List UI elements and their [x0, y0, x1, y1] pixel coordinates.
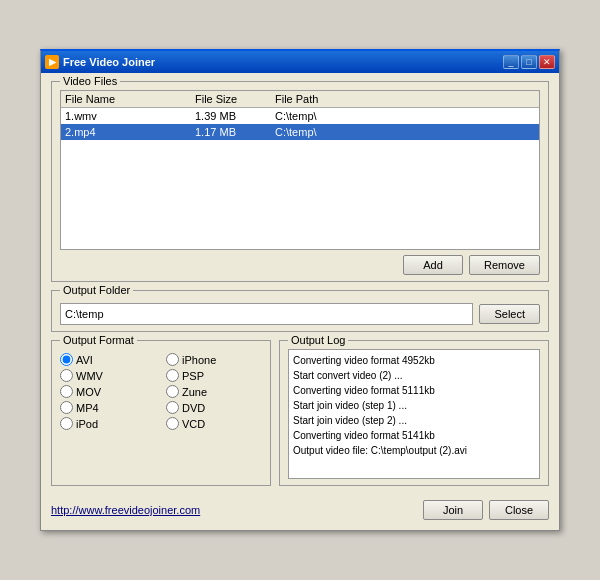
minimize-button[interactable]: _	[503, 55, 519, 69]
radio-mov[interactable]	[60, 385, 73, 398]
format-psp[interactable]: PSP	[166, 369, 262, 382]
radio-vcd[interactable]	[166, 417, 179, 430]
log-line: Start join video (step 2) ...	[293, 413, 535, 428]
format-zune[interactable]: Zune	[166, 385, 262, 398]
file-list-container: File Name File Size File Path 1.wmv 1.39…	[60, 90, 540, 250]
format-avi[interactable]: AVI	[60, 353, 156, 366]
file-size: 1.39 MB	[195, 110, 275, 122]
col-header-name: File Name	[65, 93, 195, 105]
radio-ipod[interactable]	[60, 417, 73, 430]
output-log-title: Output Log	[288, 334, 348, 346]
bottom-row: Output Format AVI iPhone WMV	[51, 340, 549, 494]
footer-row: http://www.freevideojoiner.com Join Clos…	[51, 500, 549, 520]
format-wmv[interactable]: WMV	[60, 369, 156, 382]
footer-buttons: Join Close	[423, 500, 549, 520]
website-link[interactable]: http://www.freevideojoiner.com	[51, 504, 200, 516]
video-files-title: Video Files	[60, 75, 120, 87]
table-row[interactable]: 1.wmv 1.39 MB C:\temp\	[61, 108, 539, 124]
radio-zune[interactable]	[166, 385, 179, 398]
app-icon: ▶	[45, 55, 59, 69]
format-iphone[interactable]: iPhone	[166, 353, 262, 366]
format-dvd[interactable]: DVD	[166, 401, 262, 414]
radio-wmv[interactable]	[60, 369, 73, 382]
log-line: Start convert video (2) ...	[293, 368, 535, 383]
radio-psp[interactable]	[166, 369, 179, 382]
radio-iphone[interactable]	[166, 353, 179, 366]
close-window-button[interactable]: ✕	[539, 55, 555, 69]
radio-mp4[interactable]	[60, 401, 73, 414]
output-folder-title: Output Folder	[60, 284, 133, 296]
output-format-title: Output Format	[60, 334, 137, 346]
log-line: Start join video (step 1) ...	[293, 398, 535, 413]
col-header-path: File Path	[275, 93, 535, 105]
format-mov[interactable]: MOV	[60, 385, 156, 398]
output-path-input[interactable]	[60, 303, 473, 325]
join-button[interactable]: Join	[423, 500, 483, 520]
video-files-group: Video Files File Name File Size File Pat…	[51, 81, 549, 282]
output-folder-group: Output Folder Select	[51, 290, 549, 332]
title-bar-buttons: _ □ ✕	[503, 55, 555, 69]
log-content: Converting video format 4952kb Start con…	[288, 349, 540, 479]
format-mp4[interactable]: MP4	[60, 401, 156, 414]
close-button[interactable]: Close	[489, 500, 549, 520]
output-log-group: Output Log Converting video format 4952k…	[279, 340, 549, 486]
select-folder-button[interactable]: Select	[479, 304, 540, 324]
format-vcd[interactable]: VCD	[166, 417, 262, 430]
log-line: Converting video format 5111kb	[293, 383, 535, 398]
window-title: Free Video Joiner	[63, 56, 503, 68]
output-format-group: Output Format AVI iPhone WMV	[51, 340, 271, 486]
file-list-header: File Name File Size File Path	[61, 91, 539, 108]
output-folder-row: Select	[60, 303, 540, 325]
main-window: ▶ Free Video Joiner _ □ ✕ Video Files Fi…	[40, 49, 560, 531]
format-ipod[interactable]: iPod	[60, 417, 156, 430]
log-line: Output video file: C:\temp\output (2).av…	[293, 443, 535, 458]
radio-avi[interactable]	[60, 353, 73, 366]
file-name: 2.mp4	[65, 126, 195, 138]
content-area: Video Files File Name File Size File Pat…	[41, 73, 559, 530]
restore-button[interactable]: □	[521, 55, 537, 69]
file-name: 1.wmv	[65, 110, 195, 122]
radio-dvd[interactable]	[166, 401, 179, 414]
file-size: 1.17 MB	[195, 126, 275, 138]
file-buttons: Add Remove	[60, 255, 540, 275]
log-line: Converting video format 4952kb	[293, 353, 535, 368]
title-bar: ▶ Free Video Joiner _ □ ✕	[41, 51, 559, 73]
format-radio-grid: AVI iPhone WMV PSP	[60, 349, 262, 430]
table-row[interactable]: 2.mp4 1.17 MB C:\temp\	[61, 124, 539, 140]
file-path: C:\temp\	[275, 126, 535, 138]
log-line: Converting video format 5141kb	[293, 428, 535, 443]
remove-button[interactable]: Remove	[469, 255, 540, 275]
file-path: C:\temp\	[275, 110, 535, 122]
col-header-size: File Size	[195, 93, 275, 105]
add-button[interactable]: Add	[403, 255, 463, 275]
